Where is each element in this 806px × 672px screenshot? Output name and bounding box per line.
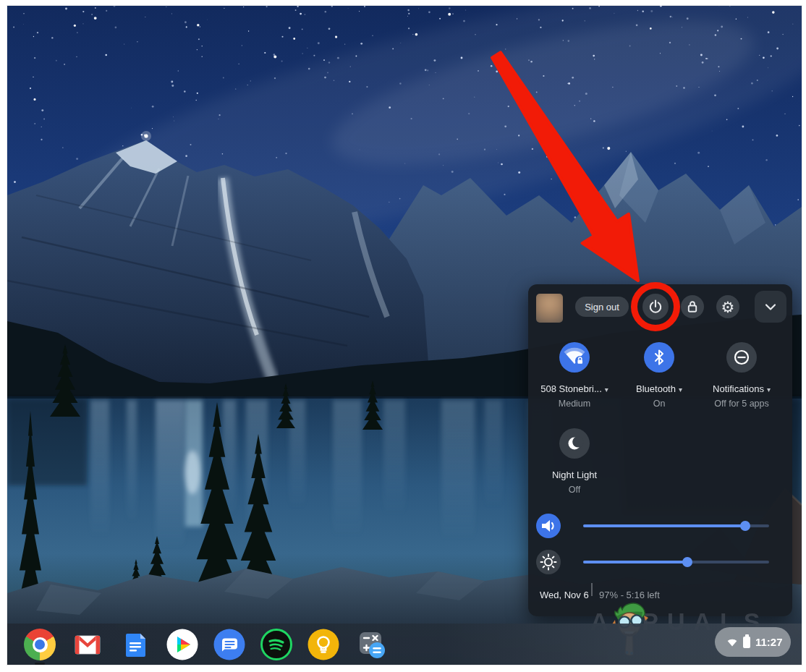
network-pod[interactable] [532, 342, 617, 373]
lock-button[interactable] [681, 295, 704, 318]
night-light-icon [559, 428, 590, 459]
shelf: 11:27 [7, 624, 802, 665]
brightness-button[interactable] [536, 550, 561, 574]
power-button[interactable] [642, 294, 669, 320]
shelf-app-keep[interactable] [307, 629, 339, 660]
caret-down-icon: ▾ [605, 386, 608, 394]
footer-divider [591, 583, 593, 596]
notifications-pod[interactable] [699, 342, 784, 373]
chromeos-desktop: Sign out ⚙ [7, 6, 802, 665]
shelf-app-chrome[interactable] [24, 629, 56, 660]
docs-icon [119, 629, 151, 660]
shelf-app-gmail[interactable] [72, 629, 103, 660]
play-store-icon [166, 629, 198, 660]
wifi-icon [559, 342, 590, 373]
active-app-indicator [35, 663, 45, 665]
screenshot-frame: Sign out ⚙ [0, 0, 806, 672]
chevron-down-icon [763, 299, 779, 315]
bluetooth-icon [649, 347, 669, 367]
bluetooth-status: On [616, 399, 702, 409]
wifi-status-icon [726, 637, 738, 647]
keep-lightbulb-icon [307, 629, 339, 660]
brightness-thumb[interactable] [682, 557, 692, 567]
avatar[interactable] [536, 294, 563, 323]
notifications-label[interactable]: Notifications▾ [699, 383, 784, 394]
battery-status-label[interactable]: 97% - 5:16 left [599, 590, 660, 600]
shelf-app-messages[interactable] [213, 629, 245, 660]
gmail-icon [72, 629, 103, 660]
caret-down-icon: ▾ [767, 386, 771, 394]
power-icon [647, 298, 664, 315]
collapse-button[interactable] [755, 291, 786, 323]
spotify-icon [260, 629, 292, 660]
volume-thumb[interactable] [740, 521, 750, 531]
gear-icon: ⚙ [721, 299, 735, 315]
volume-button[interactable] [536, 514, 561, 538]
brightness-icon [536, 550, 561, 574]
caret-down-icon: ▾ [679, 386, 682, 394]
bluetooth-label[interactable]: Bluetooth▾ [616, 383, 702, 394]
date-label[interactable]: Wed, Nov 6 [540, 590, 589, 600]
volume-icon [536, 514, 561, 538]
night-light-label: Night Light [532, 469, 617, 480]
volume-slider[interactable] [583, 524, 769, 527]
shelf-app-calculator[interactable] [355, 629, 387, 660]
settings-button[interactable]: ⚙ [716, 295, 739, 318]
brightness-slider[interactable] [583, 561, 769, 563]
calculator-icon [355, 629, 387, 660]
shelf-app-play-store[interactable] [166, 629, 198, 660]
status-tray[interactable]: 11:27 [715, 627, 791, 657]
notifications-status: Off for 5 apps [699, 399, 784, 409]
bluetooth-pod[interactable] [616, 342, 702, 373]
shelf-app-spotify[interactable] [260, 629, 292, 660]
network-status: Medium [532, 399, 617, 409]
messages-icon [213, 629, 245, 660]
quick-settings-panel: Sign out ⚙ [528, 284, 792, 616]
shelf-app-docs[interactable] [119, 629, 151, 660]
lock-icon [684, 298, 701, 315]
clock-label: 11:27 [755, 636, 783, 648]
sign-out-button[interactable]: Sign out [575, 297, 629, 317]
night-light-status: Off [532, 485, 617, 495]
network-label[interactable]: 508 Stonebri...▾ [532, 383, 617, 394]
battery-icon [743, 637, 750, 648]
chrome-icon [24, 629, 56, 660]
night-light-pod[interactable] [532, 428, 617, 459]
do-not-disturb-icon [726, 342, 757, 373]
